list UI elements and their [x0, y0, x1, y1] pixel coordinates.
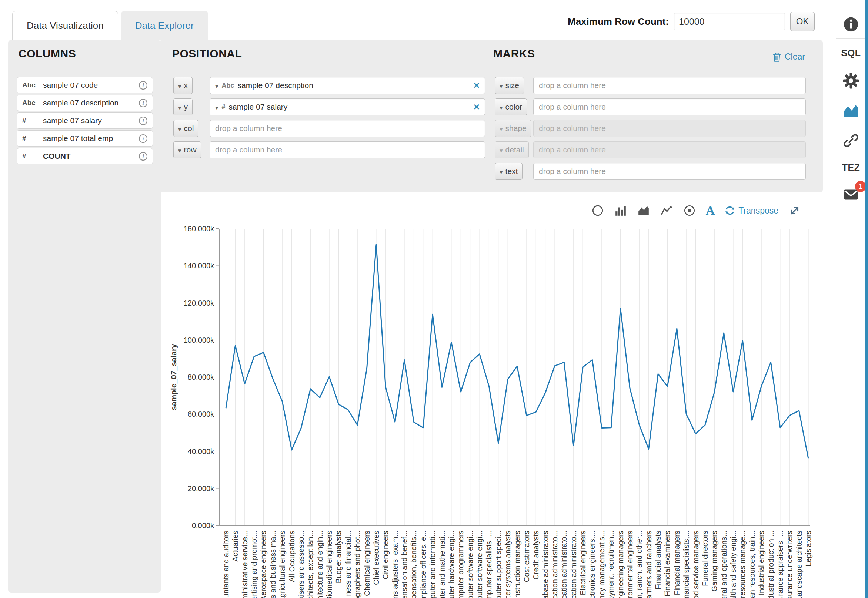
svg-text:Employment, recruitmen...: Employment, recruitmen...: [607, 531, 615, 598]
size-shelf[interactable]: drop a column here: [533, 77, 806, 94]
info-icon[interactable]: [139, 99, 147, 107]
y-shelf[interactable]: # sample 07 salary: [210, 99, 485, 115]
svg-text:Computer specialists, ...: Computer specialists, ...: [485, 531, 493, 598]
shelf-label: text: [505, 167, 518, 176]
chevron-down-icon: [178, 146, 181, 154]
svg-text:100.000k: 100.000k: [184, 336, 214, 344]
col-shelf[interactable]: drop a column here: [210, 120, 485, 137]
svg-text:Electronics engineers,...: Electronics engineers,...: [588, 531, 596, 598]
size-shelf-chip[interactable]: size: [495, 77, 524, 94]
row-shelf-chip[interactable]: row: [173, 141, 201, 158]
svg-text:0.000k: 0.000k: [192, 522, 214, 529]
svg-text:Environmental engineers: Environmental engineers: [626, 531, 634, 598]
info-icon[interactable]: [139, 152, 147, 161]
column-item-count[interactable]: # COUNT: [16, 148, 153, 164]
area-chart-icon: [842, 102, 860, 120]
column-item-total-emp[interactable]: # sample 07 total emp: [16, 130, 153, 147]
sidebar-item-charts[interactable]: [836, 99, 866, 123]
y-shelf-chip[interactable]: y: [173, 99, 193, 115]
chevron-down-icon: [499, 103, 503, 111]
svg-text:Gaming managers: Gaming managers: [710, 531, 718, 592]
svg-text:Chemical engineers: Chemical engineers: [363, 531, 371, 596]
chevron-down-icon: [499, 167, 503, 175]
svg-text:Education administrato...: Education administrato...: [551, 531, 559, 598]
info-circle-icon: [843, 16, 859, 33]
svg-text:Financial analysts: Financial analysts: [654, 531, 662, 589]
svg-text:Computer and informati...: Computer and informati...: [429, 531, 436, 598]
sidebar-item-sql[interactable]: SQL: [836, 44, 866, 62]
column-item-description[interactable]: Abc sample 07 description: [16, 95, 153, 111]
drop-placeholder: drop a column here: [539, 124, 606, 133]
col-shelf-chip[interactable]: col: [173, 120, 198, 137]
svg-text:160.000k: 160.000k: [184, 224, 214, 233]
drop-placeholder: drop a column here: [539, 103, 606, 111]
svg-text:Civil engineers: Civil engineers: [381, 531, 390, 579]
tab-data-explorer[interactable]: Data Explorer: [121, 11, 208, 40]
drop-placeholder: drop a column here: [215, 145, 282, 154]
shape-shelf: drop a column here: [533, 120, 806, 137]
text-shelf-chip[interactable]: text: [495, 163, 523, 180]
svg-text:Human resources manage...: Human resources manage...: [738, 531, 747, 598]
shelf-label: size: [505, 81, 519, 90]
svg-text:Administrative service...: Administrative service...: [241, 531, 249, 598]
svg-text:Advertising and promot...: Advertising and promot...: [250, 531, 258, 598]
top-tabs: Data Visualization Data Explorer: [12, 11, 208, 40]
positional-title: POSITIONAL: [172, 47, 242, 60]
svg-text:Emergency management s...: Emergency management s...: [598, 531, 606, 598]
marks-title: MARKS: [493, 47, 535, 60]
svg-text:Aerospace engineers: Aerospace engineers: [259, 531, 267, 598]
chevron-down-icon: [499, 125, 503, 133]
svg-text:Computer software engi...: Computer software engi...: [475, 531, 484, 598]
svg-text:Computer software engi...: Computer software engi...: [466, 531, 474, 598]
x-shelf-chip[interactable]: x: [173, 77, 193, 94]
remove-column-icon[interactable]: [474, 80, 480, 91]
remove-column-icon[interactable]: [474, 102, 480, 112]
info-icon[interactable]: [139, 81, 147, 90]
svg-text:Compliance officers, e...: Compliance officers, e...: [419, 531, 427, 598]
chevron-down-icon: [178, 103, 181, 111]
link-icon[interactable]: [836, 129, 866, 152]
x-shelf[interactable]: Abc sample 07 description: [210, 77, 485, 94]
row-shelf[interactable]: drop a column here: [210, 141, 485, 158]
svg-text:120.000k: 120.000k: [184, 299, 214, 307]
info-icon[interactable]: [139, 135, 147, 143]
svg-text:Legislators: Legislators: [804, 531, 813, 567]
svg-text:Agricultural engineers: Agricultural engineers: [278, 531, 286, 598]
chain-link-icon: [843, 133, 859, 149]
right-sidebar: SQL: [836, 0, 868, 598]
text-shelf[interactable]: drop a column here: [533, 163, 806, 180]
svg-text:Biomedical engineers: Biomedical engineers: [325, 531, 333, 598]
svg-text:Financial examiners: Financial examiners: [663, 531, 672, 597]
color-shelf[interactable]: drop a column here: [533, 99, 806, 115]
svg-text:Appraisers and assesso...: Appraisers and assesso...: [297, 531, 305, 598]
svg-text:sample_07_salary: sample_07_salary: [169, 344, 178, 410]
settings-gear-icon[interactable]: [836, 69, 866, 93]
shelf-label: row: [184, 145, 196, 154]
ok-button[interactable]: OK: [790, 12, 815, 31]
number-type-icon: #: [22, 117, 39, 125]
sidebar-item-tez[interactable]: TEZ: [836, 158, 866, 177]
notifications-mail[interactable]: 1: [836, 183, 866, 206]
clear-button[interactable]: Clear: [772, 52, 805, 62]
column-item-salary[interactable]: # sample 07 salary: [16, 112, 153, 129]
svg-text:Chief executives: Chief executives: [372, 531, 380, 585]
notification-badge: 1: [855, 181, 866, 192]
shelf-label: shape: [505, 124, 526, 133]
svg-text:Agents and business ma...: Agents and business ma...: [269, 531, 277, 598]
svg-text:Architects, except lan...: Architects, except lan...: [306, 531, 314, 598]
info-icon[interactable]: [836, 13, 866, 36]
column-label: sample 07 total emp: [43, 134, 135, 143]
svg-text:Financial managers: Financial managers: [673, 531, 681, 595]
svg-text:Cartographers and phot...: Cartographers and phot...: [353, 531, 361, 598]
info-icon[interactable]: [139, 117, 147, 125]
max-row-count-input[interactable]: [674, 13, 785, 30]
svg-text:Financial specialists,...: Financial specialists,...: [682, 531, 690, 598]
columns-title: COLUMNS: [18, 47, 76, 60]
chevron-down-icon: [215, 103, 219, 111]
tab-data-visualization[interactable]: Data Visualization: [12, 11, 118, 40]
column-label: sample 07 description: [43, 99, 135, 107]
column-item-code[interactable]: Abc sample 07 code: [16, 77, 153, 93]
color-shelf-chip[interactable]: color: [495, 99, 527, 115]
detail-shelf: drop a column here: [533, 141, 806, 158]
sidebar-divider: [836, 39, 866, 39]
